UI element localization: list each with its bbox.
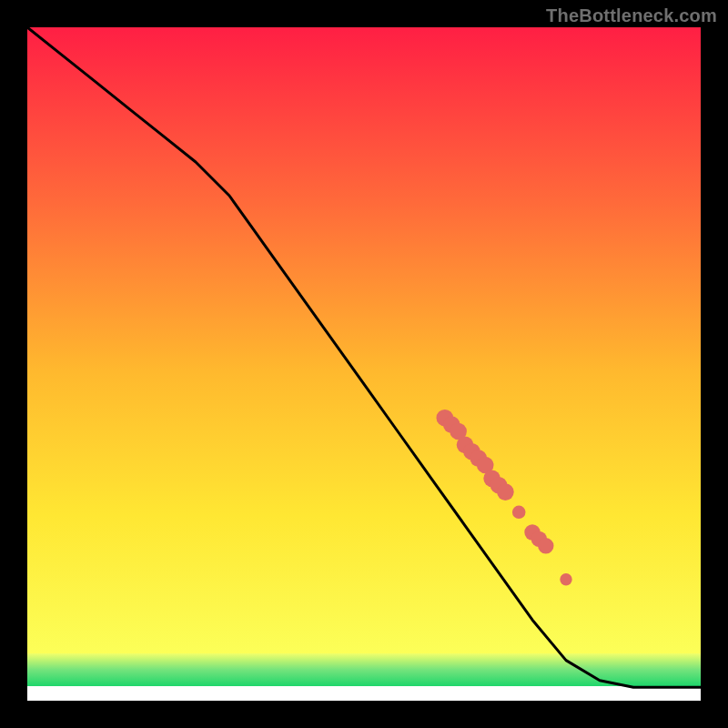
plot-area	[27, 27, 701, 701]
data-marker	[497, 483, 514, 500]
chart-overlay	[27, 27, 701, 701]
data-markers	[437, 410, 572, 586]
watermark-text: TheBottleneck.com	[546, 5, 717, 26]
data-curve	[27, 27, 701, 687]
data-marker	[512, 506, 526, 520]
data-marker	[560, 573, 571, 585]
data-marker	[538, 538, 553, 553]
chart-frame: TheBottleneck.com	[0, 0, 728, 728]
